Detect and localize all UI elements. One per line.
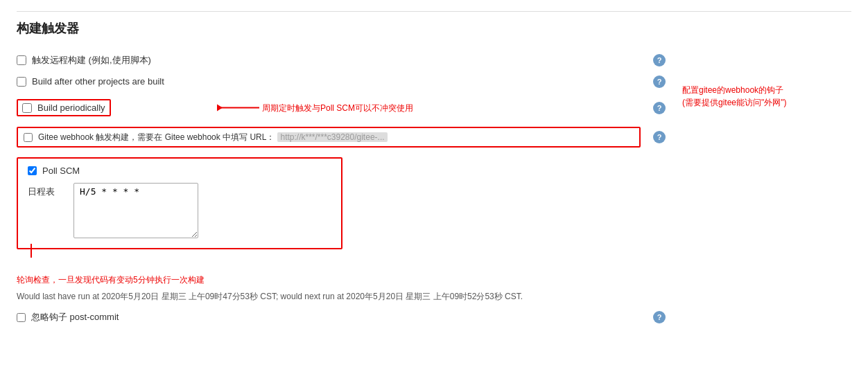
periodically-annotation-text: 周期定时触发与Poll SCM可以不冲突使用: [262, 102, 413, 114]
remote-trigger-row: 触发远程构建 (例如,使用脚本) ?: [17, 49, 671, 71]
section-title: 构建触发器: [17, 20, 851, 37]
gitee-webhook-url: http://k***/***c39280/gitee-...: [277, 132, 387, 142]
left-content: 触发远程构建 (例如,使用脚本) ? Build after other pro…: [17, 49, 671, 327]
poll-scm-annotation-text: 轮询检查，一旦发现代码有变动5分钟执行一次构建: [17, 275, 205, 285]
periodically-arrow: 周期定时触发与Poll SCM可以不冲突使用: [218, 102, 413, 114]
gitee-webhook-checkbox[interactable]: [24, 133, 33, 142]
build-periodically-label: Build periodically: [37, 103, 105, 113]
gitee-webhook-help-icon[interactable]: ?: [653, 131, 666, 143]
arrow-line-periodically: [218, 107, 259, 109]
schedule-label: 日程表: [28, 183, 62, 198]
top-divider: [17, 11, 851, 12]
right-annotations: 配置gitee的webhook的钩子 (需要提供gitee能访问"外网"): [671, 49, 851, 327]
main-area: 触发远程构建 (例如,使用脚本) ? Build after other pro…: [17, 49, 851, 327]
poll-scm-label: Poll SCM: [42, 166, 80, 176]
ignore-hook-label: 忽略钩子 post-commit: [31, 311, 119, 323]
after-other-label: Build after other projects are built: [32, 76, 164, 87]
poll-scm-bottom-annotation: 轮询检查，一旦发现代码有变动5分钟执行一次构建: [17, 274, 671, 286]
build-triggers-section: 构建触发器 触发远程构建 (例如,使用脚本) ? Build after oth…: [0, 0, 868, 344]
after-other-checkbox[interactable]: [17, 77, 26, 87]
build-periodically-row: Build periodically 周期定时触发与Poll SCM可以不冲突使…: [17, 94, 671, 121]
gitee-webhook-label: Gitee webhook 触发构建，需要在 Gitee webhook 中填写…: [38, 132, 275, 143]
build-periodically-checkbox[interactable]: [22, 103, 32, 113]
poll-scm-header: Poll SCM: [28, 166, 331, 176]
after-other-row: Build after other projects are built ?: [17, 71, 671, 91]
gitee-webhook-highlight: Gitee webhook 触发构建，需要在 Gitee webhook 中填写…: [17, 127, 641, 148]
build-periodically-help-icon[interactable]: ?: [653, 102, 666, 114]
poll-scm-arrow-vertical: [31, 244, 32, 258]
arrowhead-periodically: [217, 105, 223, 112]
remote-trigger-checkbox[interactable]: [17, 55, 26, 65]
schedule-row: 日程表 H/5 * * * *: [28, 183, 331, 238]
run-info: Would last have run at 2020年5月20日 星期三 上午…: [17, 290, 641, 303]
gitee-webhook-row: Gitee webhook 触发构建，需要在 Gitee webhook 中填写…: [17, 124, 671, 150]
remote-trigger-label: 触发远程构建 (例如,使用脚本): [32, 54, 151, 66]
after-other-help-icon[interactable]: ?: [653, 75, 666, 88]
poll-scm-checkbox[interactable]: [28, 166, 37, 175]
poll-scm-box: Poll SCM 日程表 H/5 * * * *: [17, 157, 342, 249]
remote-trigger-help-icon[interactable]: ?: [653, 54, 666, 66]
ignore-hook-row: 忽略钩子 post-commit ?: [17, 308, 671, 327]
poll-scm-container: Poll SCM 日程表 H/5 * * * *: [17, 154, 671, 255]
gitee-annotation-line2: (需要提供gitee能访问"外网"): [682, 98, 787, 107]
gitee-right-annotation: 配置gitee的webhook的钩子 (需要提供gitee能访问"外网"): [682, 84, 851, 109]
ignore-hook-help-icon[interactable]: ?: [653, 311, 666, 323]
build-periodically-highlight: Build periodically: [17, 99, 111, 116]
schedule-input[interactable]: H/5 * * * *: [73, 183, 198, 238]
ignore-hook-checkbox[interactable]: [17, 313, 26, 322]
gitee-annotation-line1: 配置gitee的webhook的钩子: [682, 85, 783, 95]
page-wrapper: 构建触发器 触发远程构建 (例如,使用脚本) ? Build after oth…: [0, 0, 868, 365]
